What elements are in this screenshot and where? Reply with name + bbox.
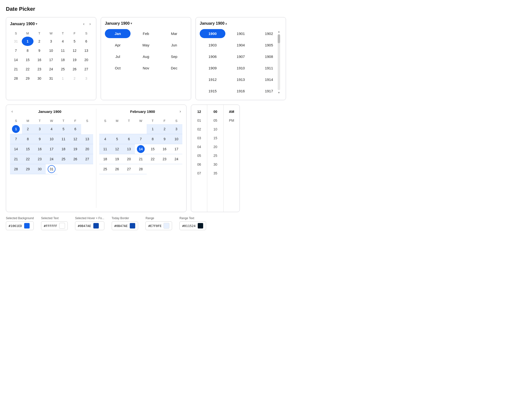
range-day-cell[interactable]: 22	[22, 154, 34, 164]
next-month-button[interactable]: ›	[88, 21, 92, 27]
month-item[interactable]: Jan	[105, 29, 131, 38]
range-day-cell[interactable]: 20	[81, 144, 93, 154]
calendar-day-cell[interactable]: 26	[69, 65, 80, 74]
time-hour-item[interactable]: 02	[191, 125, 207, 134]
year-scroll-down-arrow[interactable]: ▼	[278, 91, 280, 94]
calendar-day-cell[interactable]: 6	[80, 37, 92, 46]
range-day-cell[interactable]: 1	[147, 124, 159, 134]
month-item[interactable]: Apr	[105, 41, 131, 50]
calendar-day-cell[interactable]: 17	[45, 55, 57, 65]
time-minute-item[interactable]: 20	[207, 142, 223, 151]
calendar-day-cell[interactable]: 29	[22, 74, 33, 83]
swatch-box[interactable]: #FFFFFF	[41, 221, 68, 230]
range-day-cell[interactable]: 5	[111, 134, 123, 144]
time-hour-item[interactable]: 04	[191, 142, 207, 151]
calendar-day-cell[interactable]: 12	[69, 46, 80, 55]
range-day-cell[interactable]: 4	[99, 134, 111, 144]
range-day-cell[interactable]: 19	[111, 154, 123, 164]
calendar-day-cell[interactable]: 31	[10, 37, 22, 46]
time-minute-item[interactable]: 30	[207, 160, 223, 169]
range-day-cell[interactable]: 25	[57, 154, 69, 164]
range-day-cell[interactable]: 10	[170, 134, 182, 144]
range-day-cell[interactable]: 12	[111, 144, 123, 154]
time-minute-item[interactable]: 15	[207, 134, 223, 142]
cal-title[interactable]: January 1900 ▾	[10, 22, 37, 26]
calendar-day-cell[interactable]: 3	[80, 74, 92, 83]
range-day-cell[interactable]: 15	[22, 144, 34, 154]
range-day-cell[interactable]: 16	[159, 144, 171, 154]
time-minute-item[interactable]: 35	[207, 169, 223, 178]
range-next-button[interactable]: ›	[178, 109, 182, 114]
range-day-cell[interactable]: 13	[123, 144, 135, 154]
time-hour-item[interactable]: 01	[191, 116, 207, 125]
month-title[interactable]: January 1900 ▾	[105, 21, 132, 26]
range-day-cell[interactable]: 21	[10, 154, 22, 164]
range-day-cell[interactable]: 3	[170, 124, 182, 134]
range-day-cell[interactable]: 9	[159, 134, 171, 144]
time-minute-item[interactable]: 00	[207, 107, 223, 116]
year-item[interactable]: 1909	[200, 64, 225, 73]
range-day-cell[interactable]: 25	[99, 164, 111, 174]
range-day-cell[interactable]: 23	[159, 154, 171, 164]
range-day-cell[interactable]	[99, 124, 111, 134]
calendar-day-cell[interactable]: 11	[57, 46, 69, 55]
calendar-day-cell[interactable]: 18	[57, 55, 69, 65]
time-hour-item[interactable]: 06	[191, 160, 207, 169]
range-day-cell[interactable]: 26	[111, 164, 123, 174]
range-day-cell[interactable]: 6	[123, 134, 135, 144]
range-day-cell[interactable]: 28	[10, 164, 22, 174]
range-day-cell[interactable]: 2	[159, 124, 171, 134]
range-day-cell[interactable]: 6	[69, 124, 81, 134]
year-item[interactable]: 1916	[228, 86, 253, 95]
month-item[interactable]: Mar	[161, 29, 187, 38]
year-item[interactable]: 1915	[200, 86, 225, 95]
calendar-day-cell[interactable]: 8	[22, 46, 33, 55]
calendar-day-cell[interactable]: 22	[22, 65, 33, 74]
year-item[interactable]: 1904	[228, 41, 253, 50]
calendar-day-cell[interactable]: 3	[45, 37, 57, 46]
range-day-cell[interactable]: 1	[10, 124, 22, 134]
range-day-cell[interactable]: 23	[34, 154, 46, 164]
time-hour-item[interactable]: 05	[191, 151, 207, 160]
swatch-box[interactable]: #1061ED	[6, 221, 34, 230]
range-day-cell[interactable]: 28	[135, 164, 147, 174]
year-item[interactable]: 1901	[228, 29, 253, 38]
range-day-cell[interactable]: 14	[135, 144, 147, 154]
time-ampm-item[interactable]: AM	[224, 107, 240, 116]
month-item[interactable]: Dec	[161, 64, 187, 73]
year-item[interactable]: 1910	[228, 64, 253, 73]
calendar-day-cell[interactable]: 20	[80, 55, 92, 65]
calendar-day-cell[interactable]: 13	[80, 46, 92, 55]
calendar-day-cell[interactable]: 5	[69, 37, 80, 46]
month-item[interactable]: Jul	[105, 52, 131, 61]
range-day-cell[interactable]: 30	[34, 164, 46, 174]
range-day-cell[interactable]: 2	[22, 124, 34, 134]
range-day-cell[interactable]: 20	[123, 154, 135, 164]
swatch-box[interactable]: #0B47AE	[75, 221, 104, 230]
calendar-day-cell[interactable]: 9	[33, 46, 45, 55]
calendar-day-cell[interactable]: 28	[10, 74, 22, 83]
year-title[interactable]: January 1900 ▴	[200, 21, 227, 26]
range-day-cell[interactable]: 3	[34, 124, 46, 134]
calendar-day-cell[interactable]: 1	[22, 37, 33, 46]
prev-month-button[interactable]: ‹	[82, 21, 86, 27]
range-day-cell[interactable]: 18	[99, 154, 111, 164]
range-prev-button[interactable]: ‹	[10, 109, 14, 114]
calendar-day-cell[interactable]: 19	[69, 55, 80, 65]
time-hour-item[interactable]: 03	[191, 134, 207, 142]
range-day-cell[interactable]: 8	[147, 134, 159, 144]
time-ampm-item[interactable]: PM	[224, 116, 240, 125]
swatch-box[interactable]: #0B47AE	[112, 221, 138, 230]
range-day-cell[interactable]: 11	[99, 144, 111, 154]
range-day-cell[interactable]: 29	[22, 164, 34, 174]
time-minute-item[interactable]: 25	[207, 151, 223, 160]
calendar-day-cell[interactable]: 1	[57, 74, 69, 83]
calendar-day-cell[interactable]: 30	[33, 74, 45, 83]
range-day-cell[interactable]: 12	[69, 134, 81, 144]
range-day-cell[interactable]	[135, 124, 147, 134]
calendar-day-cell[interactable]: 27	[80, 65, 92, 74]
swatch-box[interactable]: #011524	[179, 221, 206, 230]
range-day-cell[interactable]: 27	[81, 154, 93, 164]
calendar-day-cell[interactable]: 2	[69, 74, 80, 83]
range-day-cell[interactable]: 18	[57, 144, 69, 154]
